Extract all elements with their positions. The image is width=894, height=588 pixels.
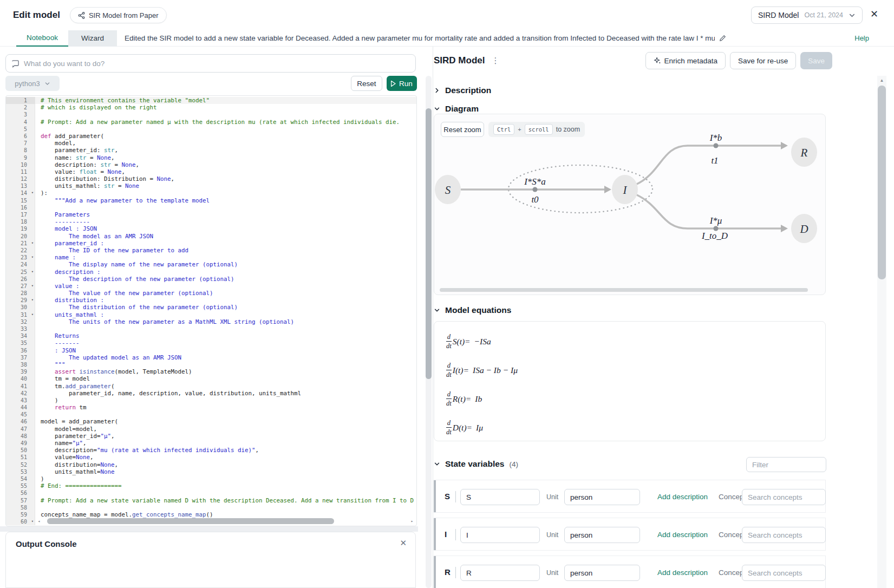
code-line[interactable]: 14▾):	[6, 190, 416, 197]
code-line[interactable]: 57# Prompt: Add a new state variable nam…	[6, 497, 416, 504]
code-line[interactable]: 6def add_parameter(	[6, 133, 416, 140]
code-line[interactable]: 49 name="μ",	[6, 440, 416, 447]
fold-arrow-icon[interactable]: ▾	[31, 269, 34, 276]
code-line[interactable]: 22 The ID of the new parameter to add	[6, 247, 416, 254]
kebab-menu-icon[interactable]: ⋮	[491, 56, 500, 66]
scroll-right-icon[interactable]: ▸	[409, 519, 415, 524]
section-model-equations[interactable]: Model equations	[434, 305, 511, 315]
code-line[interactable]: 40 tm = model	[6, 375, 416, 382]
add-description-link[interactable]: Add description	[657, 531, 708, 539]
unit-input[interactable]	[564, 489, 640, 505]
close-icon[interactable]: ✕	[870, 9, 878, 21]
state-filter-input[interactable]	[746, 457, 826, 472]
code-line[interactable]: 46model = add_parameter(	[6, 418, 416, 425]
edit-pencil-icon[interactable]	[719, 35, 726, 42]
section-state-variables[interactable]: State variables (4)	[434, 459, 518, 469]
code-line[interactable]: 52 distribution=None,	[6, 461, 416, 468]
code-line[interactable]: 13 units_mathml: str = None	[6, 182, 416, 190]
code-line[interactable]: 8 parameter_id: str,	[6, 147, 416, 154]
code-line[interactable]: 45	[6, 411, 416, 418]
code-line[interactable]: 36 : JSON	[6, 347, 416, 354]
code-line[interactable]: 34 Returns	[6, 332, 416, 339]
code-line[interactable]: 5	[6, 126, 416, 133]
code-line[interactable]: 58	[6, 504, 416, 511]
model-version-dropdown[interactable]: SIRD Model Oct 21, 2024	[751, 6, 863, 24]
code-line[interactable]: 19 model : JSON	[6, 225, 416, 232]
state-name-input[interactable]	[460, 489, 540, 505]
code-line[interactable]: 4# Prompt: Add a new parameter named μ w…	[6, 119, 416, 126]
tab-wizard[interactable]: Wizard	[68, 30, 117, 47]
diagram-hscroll-thumb[interactable]	[440, 288, 808, 292]
reset-zoom-button[interactable]: Reset zoom	[441, 122, 484, 137]
code-line[interactable]: 38 """	[6, 361, 416, 368]
kernel-select[interactable]: python3	[5, 76, 60, 91]
code-line[interactable]: 1# This environment contains the variabl…	[6, 97, 416, 104]
scroll-left-icon[interactable]: ◂	[36, 519, 42, 524]
code-line[interactable]: 54)	[6, 475, 416, 482]
code-line[interactable]: 47 model=model,	[6, 426, 416, 433]
code-line[interactable]: 2# which is displayed on the right	[6, 104, 416, 111]
add-description-link[interactable]: Add description	[657, 569, 708, 577]
window-scrollbar-thumb[interactable]	[878, 86, 886, 279]
fold-arrow-icon[interactable]: ▾	[31, 240, 34, 247]
fold-arrow-icon[interactable]: ▾	[31, 254, 34, 261]
state-name-input[interactable]	[460, 527, 540, 543]
state-name-input[interactable]	[460, 565, 540, 581]
section-diagram[interactable]: Diagram	[434, 104, 479, 114]
code-line[interactable]: 29▾ distribution :	[6, 297, 416, 304]
code-line[interactable]: 48 parameter_id="μ",	[6, 433, 416, 440]
concept-search-input[interactable]	[742, 527, 826, 543]
code-line[interactable]: 27▾ value :	[6, 283, 416, 290]
code-line[interactable]: 43 )	[6, 397, 416, 404]
code-line[interactable]: 39 assert isinstance(model, TemplateMode…	[6, 368, 416, 375]
editor-horizontal-scrollbar[interactable]: ◂ ▸	[36, 518, 415, 524]
code-line[interactable]: 17 Parameters	[6, 211, 416, 218]
code-line[interactable]: 30 The distribution of the new parameter…	[6, 304, 416, 311]
code-line[interactable]: 11 value: float = None,	[6, 168, 416, 175]
code-line[interactable]: 37 The updated model as an AMR JSON	[6, 354, 416, 361]
code-line[interactable]: 50 description="mu (rate at which infect…	[6, 447, 416, 454]
concept-search-input[interactable]	[742, 565, 826, 581]
transition-dot-t0[interactable]	[533, 187, 538, 192]
code-line[interactable]: 28 The value of the new parameter (optio…	[6, 290, 416, 297]
editor-hscroll-thumb[interactable]	[47, 518, 334, 524]
code-line[interactable]: 32 The units of the new parameter as a M…	[6, 318, 416, 325]
code-line[interactable]: 9 name: str = None,	[6, 154, 416, 161]
code-line[interactable]: 56	[6, 489, 416, 496]
save-for-reuse-button[interactable]: Save for re-use	[730, 52, 796, 69]
unit-input[interactable]	[564, 527, 640, 543]
window-scrollbar-track[interactable]: ▲	[877, 76, 886, 588]
code-line[interactable]: 33	[6, 325, 416, 332]
code-line[interactable]: 24 The display name of the new parameter…	[6, 261, 416, 268]
code-line[interactable]: 3	[6, 111, 416, 118]
code-line[interactable]: 51 value=None,	[6, 454, 416, 461]
unit-input[interactable]	[564, 565, 640, 581]
code-line[interactable]: 15 """Add a new parameter to the templat…	[6, 197, 416, 204]
code-line[interactable]: 44 return tm	[6, 404, 416, 411]
help-link[interactable]: Help	[854, 34, 869, 42]
code-line[interactable]: 7 model,	[6, 140, 416, 147]
fold-arrow-icon[interactable]: ▾	[31, 518, 34, 525]
console-close-icon[interactable]: ✕	[400, 538, 407, 548]
fold-arrow-icon[interactable]: ▾	[31, 311, 34, 318]
code-line[interactable]: 53 units_mathml=None	[6, 468, 416, 475]
enrich-metadata-button[interactable]: Enrich metadata	[645, 52, 726, 69]
code-line[interactable]: 25▾ description :	[6, 269, 416, 276]
fold-arrow-icon[interactable]: ▾	[31, 283, 34, 290]
code-line[interactable]: 42 parameter_id, name, description, valu…	[6, 390, 416, 397]
code-line[interactable]: 23▾ name :	[6, 254, 416, 261]
panel-scrollbar-track[interactable]	[426, 76, 432, 588]
code-line[interactable]: 35 -------	[6, 339, 416, 347]
add-description-link[interactable]: Add description	[657, 493, 708, 501]
panel-scrollbar-thumb[interactable]	[426, 108, 432, 379]
code-line[interactable]: 20 The model as an AMR JSON	[6, 233, 416, 240]
prompt-input[interactable]	[24, 60, 410, 68]
reset-button[interactable]: Reset	[351, 76, 382, 91]
fold-arrow-icon[interactable]: ▾	[31, 297, 34, 304]
code-line[interactable]: 55# End: ================	[6, 482, 416, 489]
code-line[interactable]: 12 distribution: Distribution = None,	[6, 175, 416, 182]
code-line[interactable]: 18 ----------	[6, 218, 416, 225]
transition-dot-t1[interactable]	[714, 143, 719, 148]
code-line[interactable]: 41 tm.add_parameter(	[6, 383, 416, 390]
concept-search-input[interactable]	[742, 489, 826, 505]
